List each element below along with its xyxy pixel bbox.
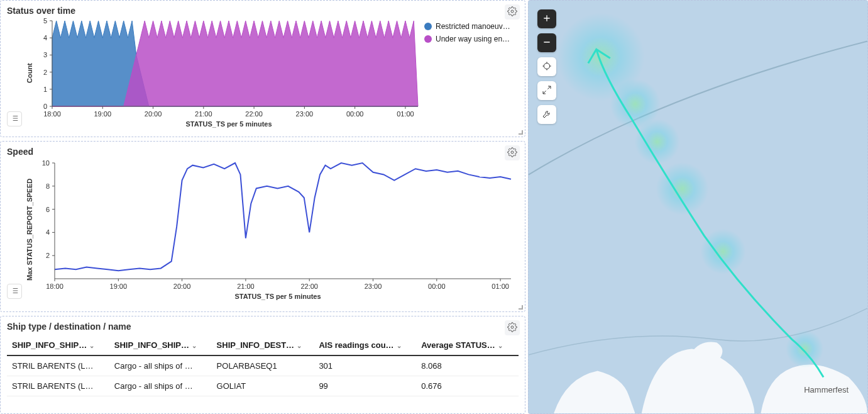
table-header[interactable]: SHIP_INFO_SHIP…⌄ — [7, 335, 109, 355]
status-x-axis-label: STATUS_TS per 5 minutes — [37, 120, 420, 128]
svg-text:01:00: 01:00 — [492, 283, 509, 290]
legend-dot-icon — [424, 23, 432, 30]
table-cell: Cargo - all ships of … — [109, 376, 212, 396]
locate-button[interactable] — [537, 57, 556, 76]
status-legend: Restricted manoeuv… Under way using en… — [424, 18, 519, 128]
list-icon — [10, 286, 19, 297]
svg-text:18:00: 18:00 — [46, 283, 63, 290]
gear-icon — [507, 322, 517, 334]
table-panel: Ship type / destination / name SHIP_INFO… — [0, 316, 525, 414]
legend-item-underway[interactable]: Under way using en… — [424, 35, 519, 43]
table-header[interactable]: AIS readings cou…⌄ — [314, 335, 416, 355]
list-icon — [10, 114, 19, 125]
svg-text:20:00: 20:00 — [145, 110, 162, 118]
table-cell: 301 — [314, 355, 416, 376]
svg-text:01:00: 01:00 — [397, 110, 414, 118]
svg-text:4: 4 — [43, 34, 47, 42]
svg-text:20:00: 20:00 — [173, 283, 191, 290]
gear-icon — [507, 6, 517, 18]
ship-data-table: SHIP_INFO_SHIP…⌄SHIP_INFO_SHIP…⌄SHIP_INF… — [7, 335, 519, 396]
speed-panel: Speed Max STATUS_REPORT_SPEED 24681018:0… — [0, 141, 525, 312]
svg-point-0 — [511, 10, 514, 13]
svg-text:6: 6 — [46, 206, 50, 213]
svg-text:22:00: 22:00 — [245, 110, 263, 118]
chevron-down-icon: ⌄ — [89, 342, 94, 349]
speed-panel-settings-button[interactable] — [505, 145, 520, 160]
legend-item-restricted[interactable]: Restricted manoeuv… — [424, 22, 519, 31]
resize-handle[interactable] — [517, 129, 524, 135]
svg-text:21:00: 21:00 — [237, 283, 255, 290]
svg-point-79 — [786, 330, 823, 368]
svg-point-83 — [544, 63, 549, 69]
svg-point-76 — [635, 119, 680, 164]
svg-text:22:00: 22:00 — [300, 283, 318, 290]
resize-handle[interactable] — [517, 304, 524, 310]
table-header[interactable]: SHIP_INFO_SHIP…⌄ — [109, 335, 212, 355]
speed-chart[interactable]: 24681018:0019:0020:0021:0022:0023:0000:0… — [37, 159, 519, 300]
svg-text:00:00: 00:00 — [428, 283, 446, 290]
svg-point-72 — [511, 326, 514, 328]
map-place-label: Hammerfest — [804, 385, 849, 394]
status-chart[interactable]: 01234518:0019:0020:0021:0022:0023:0000:0… — [37, 18, 420, 128]
table-cell: 99 — [314, 376, 416, 396]
table-row[interactable]: STRIL BARENTS (L…Cargo - all ships of …P… — [7, 355, 519, 376]
legend-label: Restricted manoeuv… — [436, 22, 510, 31]
table-panel-settings-button[interactable] — [505, 320, 520, 335]
expand-icon — [542, 85, 552, 97]
expand-button[interactable] — [537, 81, 556, 100]
svg-line-89 — [543, 91, 546, 94]
svg-point-78 — [700, 229, 745, 274]
legend-label: Under way using en… — [436, 35, 510, 43]
map-panel[interactable]: Hammerfest — [528, 0, 868, 414]
table-header[interactable]: Average STATUS…⌄ — [416, 335, 519, 355]
wrench-icon — [542, 109, 552, 121]
chevron-down-icon: ⌄ — [397, 342, 402, 349]
status-panel-title: Status over time — [7, 6, 519, 16]
svg-text:23:00: 23:00 — [365, 283, 382, 290]
svg-line-88 — [547, 86, 551, 89]
legend-dot-icon — [424, 35, 432, 43]
status-over-time-panel: Status over time Count 01234518:0019:002… — [0, 0, 525, 137]
status-legend-toggle[interactable] — [7, 111, 22, 126]
speed-y-axis-label: Max STATUS_REPORT_SPEED — [26, 159, 33, 300]
gear-icon — [507, 147, 517, 159]
tools-button[interactable] — [537, 105, 556, 124]
svg-text:19:00: 19:00 — [94, 110, 112, 118]
table-cell: 8.068 — [416, 355, 519, 376]
table-cell: POLARBASEQ1 — [212, 355, 314, 376]
table-header[interactable]: SHIP_INFO_DEST…⌄ — [212, 335, 314, 355]
svg-text:2: 2 — [46, 252, 50, 259]
table-cell: Cargo - all ships of … — [109, 355, 212, 376]
svg-text:10: 10 — [42, 159, 50, 167]
speed-x-axis-label: STATUS_TS per 5 minutes — [37, 293, 519, 300]
svg-text:8: 8 — [46, 182, 50, 190]
svg-text:23:00: 23:00 — [296, 110, 314, 118]
chevron-down-icon: ⌄ — [498, 342, 503, 349]
table-panel-title: Ship type / destination / name — [7, 322, 519, 332]
svg-text:3: 3 — [43, 51, 47, 59]
svg-point-37 — [511, 151, 514, 154]
crosshair-icon — [542, 61, 552, 73]
table-row[interactable]: STRIL BARENTS (L…Cargo - all ships of …G… — [7, 376, 519, 396]
table-cell: STRIL BARENTS (L… — [7, 355, 109, 376]
svg-text:18:00: 18:00 — [43, 110, 61, 118]
svg-text:1: 1 — [43, 86, 47, 93]
zoom-in-button[interactable] — [537, 9, 556, 28]
svg-text:4: 4 — [46, 228, 50, 236]
minus-icon — [542, 37, 552, 49]
status-y-axis-label: Count — [26, 18, 33, 128]
status-panel-settings-button[interactable] — [505, 4, 520, 20]
svg-text:21:00: 21:00 — [195, 110, 212, 118]
speed-legend-toggle[interactable] — [7, 284, 22, 299]
map-controls — [537, 9, 556, 124]
svg-text:0: 0 — [43, 103, 47, 110]
svg-text:2: 2 — [43, 69, 47, 76]
table-cell: STRIL BARENTS (L… — [7, 376, 109, 396]
plus-icon — [542, 13, 552, 25]
chevron-down-icon: ⌄ — [297, 342, 302, 349]
table-cell: GOLIAT — [212, 376, 314, 396]
svg-text:5: 5 — [43, 18, 47, 25]
zoom-out-button[interactable] — [537, 33, 556, 52]
svg-text:19:00: 19:00 — [110, 283, 128, 290]
svg-text:00:00: 00:00 — [346, 110, 364, 118]
